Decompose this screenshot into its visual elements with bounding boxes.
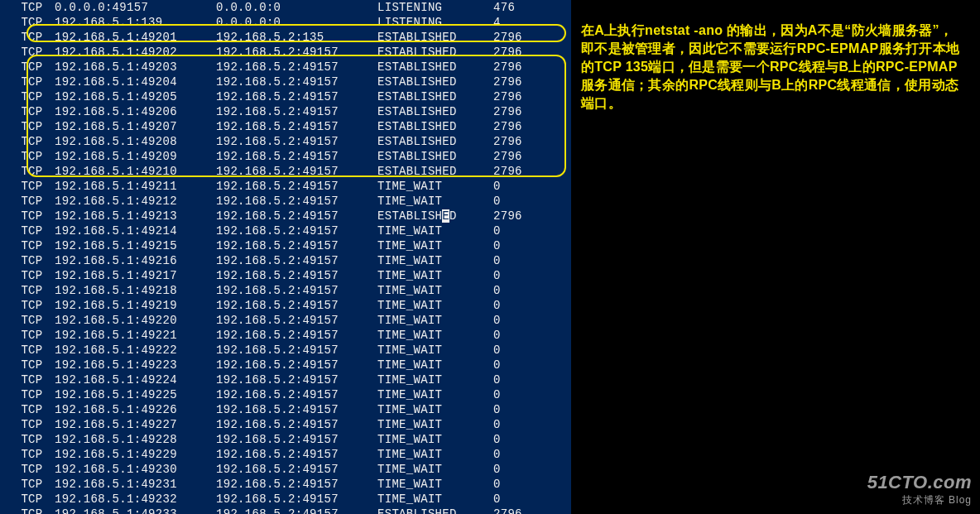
callout-annotation: 在A上执行netstat -ano 的输出，因为A不是“防火墙服务器”，即不是被… (581, 22, 962, 113)
cell-pid: 0 (493, 432, 551, 447)
cell-remote: 192.168.5.2:49157 (216, 268, 377, 283)
cell-state: TIME_WAIT (377, 372, 493, 387)
cell-proto: TCP (7, 313, 55, 328)
cell-state: TIME_WAIT (377, 462, 493, 477)
cell-local: 192.168.5.1:49219 (55, 298, 216, 313)
cell-pid: 2796 (493, 104, 551, 119)
netstat-row: TCP192.168.5.1:49216192.168.5.2:49157TIM… (7, 253, 571, 268)
cell-local: 192.168.5.1:49215 (55, 238, 216, 253)
cell-remote: 192.168.5.2:49157 (216, 372, 377, 387)
cell-proto: TCP (7, 30, 55, 45)
cell-remote: 192.168.5.2:49157 (216, 328, 377, 343)
cell-remote: 192.168.5.2:49157 (216, 104, 377, 119)
cell-proto: TCP (7, 89, 55, 104)
cell-proto: TCP (7, 477, 55, 492)
cell-pid: 0 (493, 179, 551, 194)
cell-proto: TCP (7, 358, 55, 372)
cell-pid: 0 (493, 417, 551, 432)
cell-local: 192.168.5.1:49210 (55, 164, 216, 179)
cell-remote: 192.168.5.2:49157 (216, 179, 377, 194)
netstat-row: TCP192.168.5.1:49217192.168.5.2:49157TIM… (7, 268, 571, 283)
cell-remote: 192.168.5.2:49157 (216, 74, 377, 89)
cell-local: 192.168.5.1:49217 (55, 268, 216, 283)
cell-local: 192.168.5.1:49222 (55, 343, 216, 358)
cell-remote: 192.168.5.2:49157 (216, 253, 377, 268)
watermark-51cto: 51CTO.com 技术博客 Blog (867, 472, 972, 507)
cell-pid: 0 (493, 194, 551, 209)
cell-pid: 2796 (493, 74, 551, 89)
cell-remote: 0.0.0.0:0 (216, 0, 377, 15)
netstat-row: TCP192.168.5.1:49209192.168.5.2:49157EST… (7, 149, 571, 164)
cell-state: ESTABLISHED (377, 134, 493, 149)
cell-proto: TCP (7, 492, 55, 507)
cell-remote: 192.168.5.2:49157 (216, 343, 377, 358)
netstat-row: TCP192.168.5.1:49214192.168.5.2:49157TIM… (7, 223, 571, 238)
cell-state: ESTABLISHED (377, 209, 493, 223)
cell-remote: 192.168.5.2:49157 (216, 447, 377, 462)
cell-proto: TCP (7, 223, 55, 238)
cell-pid: 0 (493, 223, 551, 238)
cell-local: 0.0.0.0:49157 (55, 0, 216, 15)
cell-state: TIME_WAIT (377, 238, 493, 253)
netstat-row: TCP0.0.0.0:491570.0.0.0:0LISTENING476 (7, 0, 571, 15)
cell-pid: 0 (493, 343, 551, 358)
cell-state: TIME_WAIT (377, 358, 493, 372)
cell-local: 192.168.5.1:49218 (55, 283, 216, 298)
cell-state: ESTABLISHED (377, 30, 493, 45)
powershell-terminal[interactable]: TCP0.0.0.0:491570.0.0.0:0LISTENING476 TC… (0, 0, 571, 514)
cell-local: 192.168.5.1:49227 (55, 417, 216, 432)
netstat-row: TCP192.168.5.1:49224192.168.5.2:49157TIM… (7, 372, 571, 387)
cell-state: TIME_WAIT (377, 298, 493, 313)
cell-proto: TCP (7, 104, 55, 119)
netstat-row: TCP192.168.5.1:49231192.168.5.2:49157TIM… (7, 477, 571, 492)
cell-remote: 192.168.5.2:49157 (216, 149, 377, 164)
cell-local: 192.168.5.1:49203 (55, 60, 216, 74)
cell-local: 192.168.5.1:49213 (55, 209, 216, 223)
cell-local: 192.168.5.1:49225 (55, 387, 216, 402)
cell-pid: 0 (493, 462, 551, 477)
netstat-row: TCP192.168.5.1:49215192.168.5.2:49157TIM… (7, 238, 571, 253)
cell-proto: TCP (7, 74, 55, 89)
cell-state: TIME_WAIT (377, 492, 493, 507)
cell-proto: TCP (7, 372, 55, 387)
cell-proto: TCP (7, 238, 55, 253)
cell-local: 192.168.5.1:49231 (55, 477, 216, 492)
netstat-row: TCP192.168.5.1:49213192.168.5.2:49157EST… (7, 209, 571, 223)
cell-remote: 192.168.5.2:49157 (216, 492, 377, 507)
cell-local: 192.168.5.1:49232 (55, 492, 216, 507)
netstat-row: TCP192.168.5.1:49207192.168.5.2:49157EST… (7, 119, 571, 134)
cell-state: LISTENING (377, 0, 493, 15)
cell-proto: TCP (7, 447, 55, 462)
cell-proto: TCP (7, 432, 55, 447)
netstat-row: TCP192.168.5.1:49204192.168.5.2:49157EST… (7, 74, 571, 89)
cell-proto: TCP (7, 343, 55, 358)
cell-proto: TCP (7, 283, 55, 298)
cell-remote: 192.168.5.2:135 (216, 30, 377, 45)
cell-local: 192.168.5.1:49230 (55, 462, 216, 477)
cell-state: TIME_WAIT (377, 402, 493, 417)
cell-remote: 192.168.5.2:49157 (216, 89, 377, 104)
cell-remote: 192.168.5.2:49157 (216, 402, 377, 417)
cell-local: 192.168.5.1:49223 (55, 358, 216, 372)
cell-state: TIME_WAIT (377, 223, 493, 238)
cell-proto: TCP (7, 60, 55, 74)
cell-state: TIME_WAIT (377, 268, 493, 283)
cell-state: ESTABLISHED (377, 507, 493, 514)
cell-remote: 192.168.5.2:49157 (216, 313, 377, 328)
cell-remote: 192.168.5.2:49157 (216, 45, 377, 60)
cell-pid: 0 (493, 328, 551, 343)
netstat-row: TCP192.168.5.1:49229192.168.5.2:49157TIM… (7, 447, 571, 462)
cell-state: TIME_WAIT (377, 432, 493, 447)
cell-pid: 4 (493, 15, 551, 30)
cell-state: TIME_WAIT (377, 447, 493, 462)
netstat-row: TCP192.168.5.1:49206192.168.5.2:49157EST… (7, 104, 571, 119)
cell-local: 192.168.5.1:49226 (55, 402, 216, 417)
cell-local: 192.168.5.1:49206 (55, 104, 216, 119)
netstat-row: TCP192.168.5.1:49218192.168.5.2:49157TIM… (7, 283, 571, 298)
netstat-row: TCP192.168.5.1:49219192.168.5.2:49157TIM… (7, 298, 571, 313)
cell-remote: 192.168.5.2:49157 (216, 283, 377, 298)
cell-pid: 2796 (493, 507, 551, 514)
cell-remote: 192.168.5.2:49157 (216, 223, 377, 238)
cell-local: 192.168.5.1:49221 (55, 328, 216, 343)
cell-state: TIME_WAIT (377, 253, 493, 268)
